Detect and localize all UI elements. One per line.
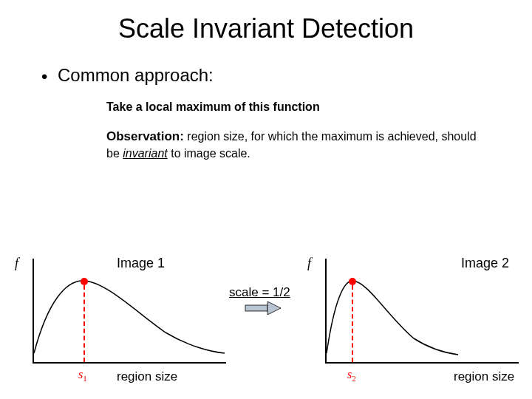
peak-marker-2 <box>349 278 356 285</box>
x-axis-label-2: region size <box>454 369 514 384</box>
peak-dashline-2 <box>352 285 353 362</box>
x-axis-2 <box>325 362 519 364</box>
bullet-text: Common approach: <box>58 65 214 85</box>
svg-rect-0 <box>245 305 267 311</box>
observation-label: Observation: <box>106 129 184 143</box>
y-axis-2 <box>325 259 327 364</box>
y-axis-1 <box>33 259 34 364</box>
scale-text: scale = 1/2 <box>229 285 290 300</box>
curve-2 <box>325 259 520 364</box>
chart-area: f Image 1 s1 region size scale = 1/2 f I… <box>0 251 532 399</box>
bullet-point: •Common approach: <box>41 65 532 87</box>
chart-image-1: f Image 1 s1 region size <box>13 251 228 377</box>
peak-x-label-1: s1 <box>78 368 87 383</box>
arrow-icon <box>244 301 281 315</box>
y-axis-label-2: f <box>307 256 311 271</box>
chart-image-2: f Image 2 s2 region size <box>306 251 520 377</box>
y-axis-label-1: f <box>15 256 18 271</box>
observation-text-b: to image scale. <box>168 147 250 160</box>
observation-invariant: invariant <box>123 147 167 160</box>
chart-title-2: Image 2 <box>461 256 509 271</box>
x-axis-label-1: region size <box>117 369 177 384</box>
subpoint-1: Take a local maximum of this function <box>106 100 532 114</box>
peak-x-label-2: s2 <box>347 368 356 383</box>
chart-title-1: Image 1 <box>117 256 165 271</box>
svg-marker-1 <box>267 301 281 315</box>
curve-1 <box>33 259 228 364</box>
x-axis-1 <box>33 362 226 364</box>
peak-marker-1 <box>81 278 88 285</box>
subpoint-observation: Observation: region size, for which the … <box>106 129 491 162</box>
bullet-icon: • <box>41 66 47 87</box>
slide-title: Scale Invariant Detection <box>0 0 532 44</box>
peak-dashline-1 <box>83 285 85 362</box>
